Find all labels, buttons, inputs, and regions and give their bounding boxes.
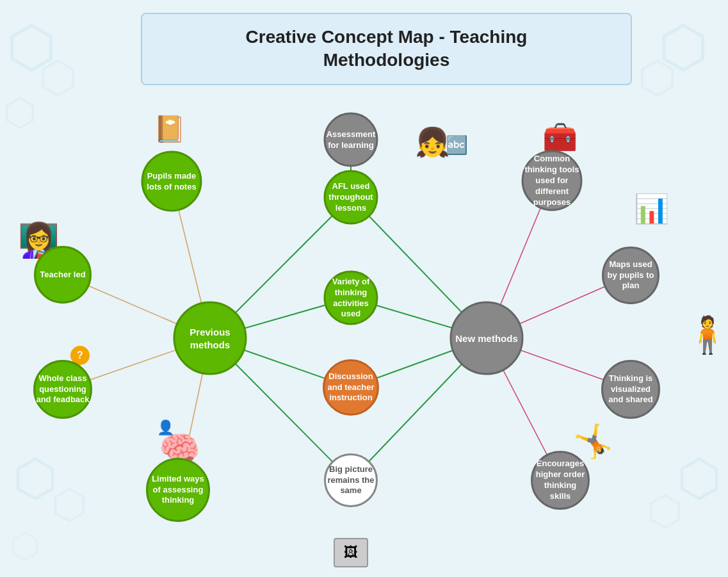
node-discussion[interactable]: Discussion and teacher instruction <box>323 359 379 416</box>
image-placeholder: 🖼 <box>334 538 368 567</box>
node-big-picture[interactable]: Big picture remains the same <box>324 453 378 507</box>
node-whole-class[interactable]: Whole class questioning and feadback <box>33 360 92 419</box>
node-encourages[interactable]: Encourages higher order thinking skills <box>531 451 590 510</box>
node-variety[interactable]: Variety of thinking activities used <box>324 271 378 325</box>
node-maps-plan[interactable]: Maps used by pupils to plan <box>602 247 659 304</box>
pink-person-icon: 🧍 <box>685 314 728 356</box>
abc-icon: 🔤 <box>446 134 468 156</box>
book-icon: 📔 <box>154 114 186 144</box>
node-afl[interactable]: AFL used throughout lessons <box>324 170 378 225</box>
node-limited-ways[interactable]: Limited ways of assessing thinking <box>146 458 210 522</box>
head-icon: 👤 <box>157 419 174 436</box>
person-thinking-icon: 🤸 <box>573 423 613 460</box>
node-pupils-notes[interactable]: Pupils made lots of notes <box>142 151 202 212</box>
chart-icon: 📊 <box>634 192 669 225</box>
node-thinking-vis[interactable]: Thinking is visualized and shared <box>601 360 660 419</box>
node-new-methods[interactable]: New methods <box>450 302 524 375</box>
toolbox-icon: 🧰 <box>542 120 578 154</box>
node-assessment[interactable]: Assessment for learning <box>324 113 378 167</box>
title-box: Creative Concept Map - TeachingMethodolo… <box>141 13 632 85</box>
node-previous-methods[interactable]: Previous methods <box>174 302 247 375</box>
node-teacher-led[interactable]: Teacher led <box>34 246 92 304</box>
girl-icon: 👧 <box>415 126 450 159</box>
node-common-tools[interactable]: Common thinking tools used for different… <box>522 150 583 211</box>
page-title: Creative Concept Map - TeachingMethodolo… <box>161 26 611 72</box>
